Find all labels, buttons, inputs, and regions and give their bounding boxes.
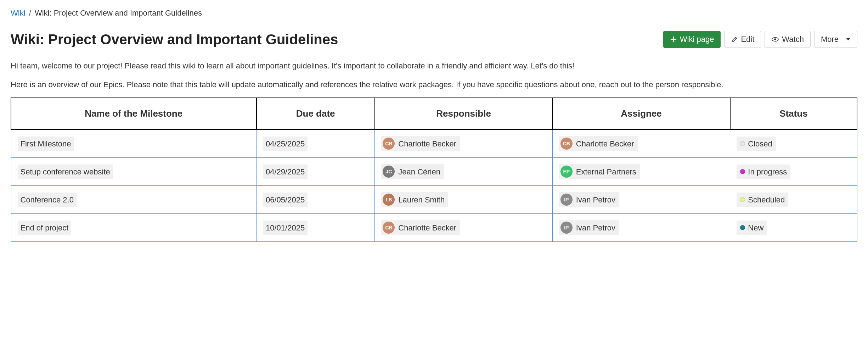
cell-assignee[interactable]: CBCharlotte Becker (552, 129, 730, 158)
status-badge: Scheduled (737, 193, 788, 207)
due-date-chip: 10/01/2025 (263, 221, 308, 235)
person-chip: CBCharlotte Becker (381, 136, 460, 151)
edit-label: Edit (741, 35, 754, 44)
plus-icon (670, 36, 677, 43)
caret-down-icon (846, 37, 851, 42)
milestone-name-chip: End of project (18, 221, 72, 235)
cell-responsible[interactable]: LSLauren Smith (375, 186, 552, 214)
breadcrumb: Wiki / Wiki: Project Overview and Import… (11, 7, 857, 19)
cell-status[interactable]: Closed (730, 129, 857, 158)
person-name: Jean Cérien (398, 166, 440, 178)
col-header-due: Due date (257, 98, 375, 129)
cell-assignee[interactable]: IPIvan Petrov (552, 214, 730, 242)
new-wiki-page-label: Wiki page (680, 35, 714, 44)
status-badge: In progress (737, 165, 790, 179)
avatar: IP (560, 194, 573, 206)
cell-due-date[interactable]: 06/05/2025 (257, 186, 375, 214)
cell-assignee[interactable]: IPIvan Petrov (552, 186, 730, 214)
table-row: First Milestone04/25/2025CBCharlotte Bec… (11, 129, 857, 158)
due-date-chip: 04/25/2025 (263, 136, 308, 151)
col-header-responsible: Responsible (375, 98, 552, 129)
cell-responsible[interactable]: CBCharlotte Becker (375, 129, 552, 158)
person-chip: IPIvan Petrov (559, 192, 619, 207)
page-header: Wiki: Project Overview and Important Gui… (11, 29, 857, 50)
eye-icon (771, 36, 779, 43)
watch-label: Watch (782, 35, 804, 44)
cell-status[interactable]: New (730, 214, 857, 242)
status-label: New (748, 222, 763, 234)
svg-point-1 (774, 38, 777, 40)
intro-paragraph-2: Here is an overview of our Epics. Please… (11, 79, 857, 90)
page-title: Wiki: Project Overview and Important Gui… (11, 29, 338, 50)
avatar: EP (560, 166, 573, 178)
status-dot-icon (740, 197, 745, 202)
milestone-name-chip: Conference 2.0 (18, 193, 77, 207)
status-label: Closed (748, 138, 772, 150)
breadcrumb-root-link[interactable]: Wiki (11, 9, 26, 17)
cell-assignee[interactable]: EPExternal Partners (552, 158, 730, 186)
person-chip: CBCharlotte Becker (381, 220, 460, 235)
milestone-name-chip: First Milestone (18, 136, 74, 151)
table-row: Conference 2.006/05/2025LSLauren SmithIP… (11, 186, 857, 214)
cell-responsible[interactable]: JCJean Cérien (375, 158, 552, 186)
person-name: Ivan Petrov (576, 194, 615, 206)
milestone-name-chip: Setup conference website (18, 165, 113, 179)
col-header-assignee: Assignee (552, 98, 730, 129)
more-button[interactable]: More (814, 31, 857, 48)
table-header-row: Name of the Milestone Due date Responsib… (11, 98, 857, 129)
cell-status[interactable]: Scheduled (730, 186, 857, 214)
cell-milestone-name[interactable]: Conference 2.0 (11, 186, 257, 214)
toolbar: Wiki page Edit Watch More (663, 31, 857, 48)
edit-button[interactable]: Edit (724, 31, 761, 48)
cell-milestone-name[interactable]: First Milestone (11, 129, 257, 158)
intro-paragraph-1: Hi team, welcome to our project! Please … (11, 60, 857, 72)
breadcrumb-current: Wiki: Project Overview and Important Gui… (35, 9, 202, 17)
person-name: Ivan Petrov (576, 222, 615, 234)
more-label: More (821, 35, 839, 44)
avatar: IP (560, 222, 573, 234)
avatar: JC (383, 166, 395, 178)
status-badge: New (737, 221, 767, 235)
person-chip: IPIvan Petrov (559, 220, 619, 235)
cell-milestone-name[interactable]: End of project (11, 214, 257, 242)
pencil-icon (731, 36, 738, 43)
col-header-name: Name of the Milestone (11, 98, 257, 129)
person-name: Charlotte Becker (398, 222, 456, 234)
person-name: Charlotte Becker (398, 138, 456, 150)
due-date-chip: 04/29/2025 (263, 165, 308, 179)
watch-button[interactable]: Watch (765, 31, 811, 48)
status-dot-icon (740, 225, 745, 230)
person-chip: CBCharlotte Becker (559, 136, 638, 151)
status-badge: Closed (737, 136, 776, 151)
due-date-chip: 06/05/2025 (263, 193, 308, 207)
cell-due-date[interactable]: 10/01/2025 (257, 214, 375, 242)
breadcrumb-separator: / (29, 9, 31, 17)
person-chip: EPExternal Partners (559, 164, 640, 179)
cell-responsible[interactable]: CBCharlotte Becker (375, 214, 552, 242)
status-label: Scheduled (748, 194, 785, 206)
avatar: CB (560, 138, 573, 150)
avatar: CB (383, 138, 395, 150)
avatar: LS (383, 194, 395, 206)
person-name: Charlotte Becker (576, 138, 634, 150)
person-name: External Partners (576, 166, 636, 178)
new-wiki-page-button[interactable]: Wiki page (663, 31, 721, 48)
person-chip: LSLauren Smith (381, 192, 448, 207)
cell-milestone-name[interactable]: Setup conference website (11, 158, 257, 186)
status-dot-icon (740, 141, 745, 146)
milestones-table: Name of the Milestone Due date Responsib… (11, 98, 857, 242)
person-chip: JCJean Cérien (381, 164, 444, 179)
intro-section: Hi team, welcome to our project! Please … (11, 60, 857, 90)
col-header-status: Status (730, 98, 857, 129)
avatar: CB (383, 222, 395, 234)
cell-due-date[interactable]: 04/29/2025 (257, 158, 375, 186)
cell-status[interactable]: In progress (730, 158, 857, 186)
cell-due-date[interactable]: 04/25/2025 (257, 129, 375, 158)
table-row: Setup conference website04/29/2025JCJean… (11, 158, 857, 186)
person-name: Lauren Smith (398, 194, 445, 206)
status-label: In progress (748, 166, 787, 178)
status-dot-icon (740, 169, 745, 174)
table-row: End of project10/01/2025CBCharlotte Beck… (11, 214, 857, 242)
